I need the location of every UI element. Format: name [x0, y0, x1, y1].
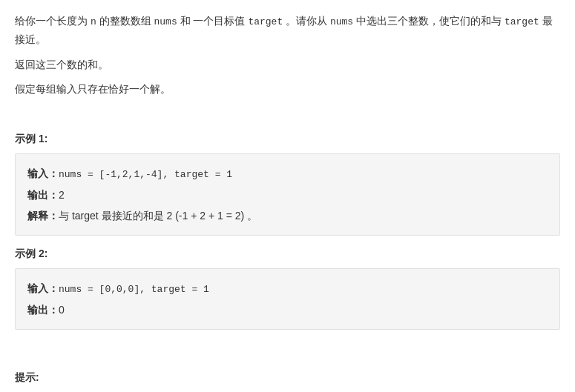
description-line1: 给你一个长度为 n 的整数数组 nums 和 一个目标值 target 。请你从…: [15, 12, 560, 50]
example1-note-value: 与 target 最接近的和是 2 (-1 + 2 + 1 = 2) 。: [59, 210, 257, 222]
example2-header: 示例 2:: [15, 248, 560, 261]
code-target2: target: [505, 16, 539, 27]
example1-output-value: 2: [59, 189, 65, 201]
tips-header: 提示:: [15, 371, 560, 385]
code-nums2: nums: [330, 16, 353, 27]
example1-output: 输出：2: [27, 185, 548, 205]
example1-box: 输入：nums = [-1,2,1,-4], target = 1 输出：2 解…: [15, 153, 560, 236]
code-n: n: [91, 16, 96, 27]
example1-note: 解释：与 target 最接近的和是 2 (-1 + 2 + 1 = 2) 。: [27, 205, 548, 226]
example2-input-label: 输入：: [27, 282, 59, 294]
example1-input-value: nums = [-1,2,1,-4], target = 1: [59, 169, 232, 180]
code-target1: target: [248, 16, 283, 27]
example2-output: 输出：0: [27, 299, 548, 320]
example2-output-value: 0: [59, 304, 65, 316]
example2-input-value: nums = [0,0,0], target = 1: [59, 284, 209, 295]
example2-output-label: 输出：: [27, 304, 59, 316]
assumption-text: 假定每组输入只存在恰好一个解。: [15, 80, 560, 99]
example1-header: 示例 1:: [15, 133, 560, 146]
example1-input: 输入：nums = [-1,2,1,-4], target = 1: [27, 163, 548, 185]
example2-box: 输入：nums = [0,0,0], target = 1 输出：0: [15, 268, 560, 330]
example1-input-label: 输入：: [27, 167, 59, 179]
code-nums1: nums: [154, 16, 177, 27]
example1-output-label: 输出：: [27, 189, 59, 201]
return-text: 返回这三个数的和。: [15, 56, 560, 74]
example2-input: 输入：nums = [0,0,0], target = 1: [27, 278, 548, 299]
example1-note-label: 解释：: [27, 210, 59, 222]
